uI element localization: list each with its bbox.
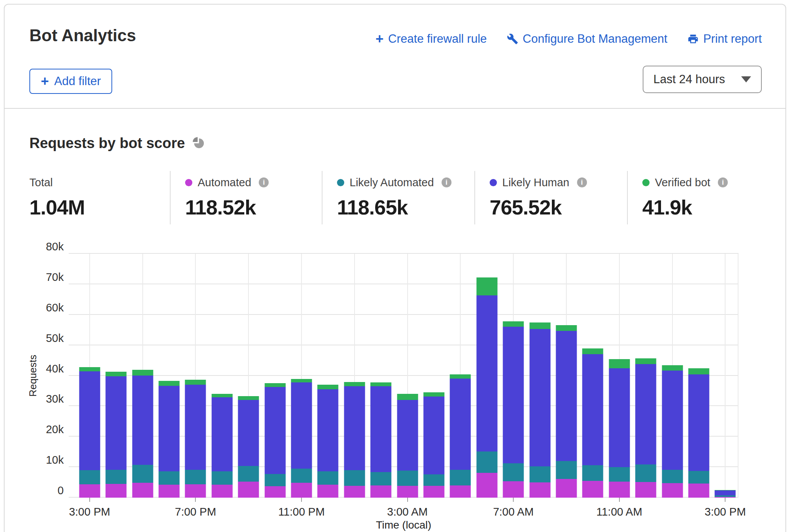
configure-bot-management-link[interactable]: Configure Bot Management [507,32,667,46]
section-title-row: Requests by bot score [29,135,205,152]
segment-automated [132,483,153,498]
add-filter-label: Add filter [54,74,101,88]
segment-likely-human [556,331,577,461]
segment-verified-bot [264,383,285,387]
segment-likely-automated [79,470,100,484]
bar-slot-14 [447,254,474,498]
segment-likely-human [662,371,683,470]
y-tick-label: 60k [46,301,64,314]
add-filter-button[interactable]: + Add filter [29,69,112,94]
bar-slot-6 [235,254,261,498]
plus-icon: + [41,74,49,88]
y-tick-label: 40k [46,362,64,375]
segment-likely-automated [556,461,577,479]
x-axis-title: Time (local) [69,519,738,531]
bar-slot-10 [341,254,368,498]
section-title: Requests by bot score [29,135,185,152]
segment-verified-bot [106,372,127,376]
stacked-bar-12 [397,394,418,498]
bar-slot-18 [553,254,579,498]
x-tick-mark [725,498,726,502]
segment-verified-bot [688,368,709,374]
segment-automated [185,484,206,498]
info-icon[interactable]: i [577,177,587,187]
segment-likely-human [132,376,153,465]
stats-row: Total1.04MAutomatedi118.52kLikely Automa… [29,171,763,224]
segment-likely-human [450,379,471,470]
info-icon[interactable]: i [442,177,451,187]
header: Bot Analytics + Create firewall rule Con… [5,5,785,109]
segment-likely-human [397,400,418,471]
stacked-bar-3 [158,381,179,498]
create-firewall-rule-link[interactable]: + Create firewall rule [376,32,487,46]
segment-likely-automated [609,467,630,482]
segment-likely-human [291,382,312,469]
bar-slot-5 [209,254,235,498]
stat-automated[interactable]: Automatedi118.52k [170,171,322,224]
segment-likely-automated [397,471,418,486]
stacked-bar-17 [529,322,550,498]
segment-likely-automated [132,465,153,483]
bar-slot-4 [182,254,209,498]
print-report-link[interactable]: Print report [687,32,762,46]
segment-automated [344,486,365,498]
bar-slot-2 [129,254,156,498]
wrench-icon [507,33,518,45]
segment-automated [397,486,418,498]
legend-dot [337,179,344,186]
time-range-select[interactable]: Last 24 hours [643,66,762,93]
x-tick-label: 11:00 AM [596,506,642,518]
segment-automated [106,484,127,498]
stacked-bar-1 [106,372,127,498]
segment-automated [662,483,683,498]
segment-likely-automated [423,474,444,486]
segment-verified-bot [132,370,153,375]
stacked-bar-6 [238,396,259,498]
segment-verified-bot [344,382,365,386]
segment-likely-human [344,386,365,470]
segment-automated [264,486,285,498]
segment-verified-bot [185,380,206,385]
segment-verified-bot [503,321,524,327]
segment-likely-human [79,371,100,470]
y-tick-label: 0 [58,484,64,497]
bar-slot-12 [394,254,421,498]
x-tick-label: 7:00 PM [175,506,216,518]
segment-automated [238,482,259,498]
segment-verified-bot [79,367,100,371]
info-icon[interactable]: i [259,177,269,187]
stacked-bar-22 [662,365,683,498]
segment-automated [423,486,444,498]
x-tick-mark [195,498,196,502]
stat-likely-human[interactable]: Likely Humani765.52k [474,171,627,224]
segment-likely-automated [344,470,365,486]
bar-slot-22 [659,254,685,498]
y-tick-label: 30k [46,393,64,405]
stacked-bar-19 [582,348,603,498]
bar-slot-19 [580,254,606,498]
y-tick-label: 50k [46,332,64,344]
stacked-bar-13 [423,392,444,498]
bar-slot-11 [368,254,394,498]
x-tick-mark [513,498,514,502]
x-tick-mark [619,498,620,502]
info-icon[interactable]: i [718,177,728,187]
bot-analytics-card: Bot Analytics + Create firewall rule Con… [4,4,786,532]
bar-slot-21 [633,254,659,498]
stat-value: 765.52k [490,195,627,219]
bar-slot-23 [685,254,712,498]
segment-likely-human [158,386,179,471]
stacked-bar-23 [688,368,709,498]
segment-verified-bot [662,365,683,371]
segment-likely-automated [529,466,550,482]
header-actions: + Create firewall rule Configure Bot Man… [376,32,762,46]
bar-slot-9 [315,254,341,498]
stat-likely-automated[interactable]: Likely Automatedi118.65k [322,171,474,224]
legend-dot [642,179,650,186]
stat-verified-bot[interactable]: Verified boti41.9k [627,171,763,224]
legend-dot [185,179,192,186]
stat-label: Verified bot [655,176,710,189]
segment-verified-bot [476,277,497,295]
segment-verified-bot [238,396,259,400]
segment-likely-human [423,397,444,474]
